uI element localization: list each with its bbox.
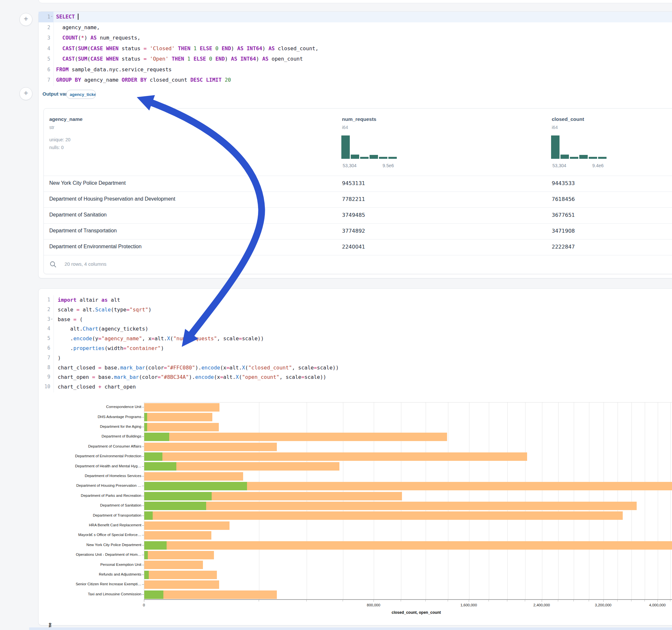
gridline <box>604 403 604 600</box>
code-line[interactable]: 9chart_open = base.mark_bar(color="#8BC3… <box>39 372 672 382</box>
x-minor-tick <box>469 600 469 602</box>
y-axis-label: Personal Exemption Unit <box>44 563 141 566</box>
python-cell-card: 1import altair as alt2scale = alt.Scale(… <box>38 288 672 626</box>
cell-num-requests: 9453131 <box>342 180 365 186</box>
y-axis-label: Department of Transportation <box>44 513 141 517</box>
code-line[interactable]: 2 agency_name, <box>39 22 672 33</box>
bar-open-count <box>144 502 206 510</box>
bar-closed-count <box>144 522 230 530</box>
line-number: 2 <box>39 22 53 33</box>
bar-open-count <box>144 433 169 441</box>
bar-closed-count <box>144 580 219 589</box>
code-line[interactable]: 8chart_closed = base.mark_bar(color="#FF… <box>39 363 672 373</box>
code-line[interactable]: 7GROUP BY agency_name ORDER BY closed_co… <box>39 75 672 86</box>
output-variable-pill[interactable]: agency_tickets <box>66 90 96 99</box>
gridline <box>558 403 558 600</box>
y-axis-label: HRA Benefit Card Replacement <box>44 523 141 527</box>
gridline <box>542 403 542 600</box>
row-count-text: 20 rows, 4 columns <box>65 261 106 267</box>
bar-closed-count <box>144 472 243 481</box>
sql-editor[interactable]: 1⌄SELECT 2 agency_name,3 COUNT(*) AS num… <box>39 12 672 86</box>
code-line[interactable]: 7) <box>39 353 672 363</box>
search-icon[interactable] <box>50 261 57 268</box>
histogram-max-label-2: 9.4e6 <box>592 163 604 168</box>
bar-closed-count <box>144 403 219 412</box>
histogram-bar <box>551 136 559 159</box>
add-cell-button[interactable]: + <box>20 13 32 26</box>
code-line[interactable]: 5 CAST(SUM(CASE WHEN status = 'Open' THE… <box>39 54 672 65</box>
code-text: ) <box>58 353 61 363</box>
bar-closed-count <box>144 561 203 569</box>
x-minor-tick <box>306 600 307 602</box>
add-cell-button-2[interactable]: + <box>20 87 32 100</box>
bar-closed-count <box>144 433 447 441</box>
cell-agency-name: Department of Sanitation <box>49 212 107 218</box>
code-text: .properties(width="container") <box>58 343 164 353</box>
cell-closed-count: 3677651 <box>552 212 575 218</box>
cell-num-requests: 3774892 <box>342 228 365 234</box>
code-line[interactable]: 3 COUNT(*) AS num_requests, <box>39 33 672 43</box>
code-text: chart_closed + chart_open <box>58 382 136 392</box>
x-tick <box>144 600 144 602</box>
gridline <box>426 403 426 600</box>
bar-open-count <box>144 590 163 599</box>
code-line[interactable]: 1import altair as alt <box>39 295 672 305</box>
bar-closed-count <box>144 423 219 431</box>
x-minor-tick <box>259 600 259 602</box>
code-text: CAST(SUM(CASE WHEN status = 'Closed' THE… <box>56 43 318 54</box>
y-axis-label: New York City Police Department <box>44 543 141 547</box>
gridline <box>525 403 526 600</box>
histogram-bar <box>598 157 606 159</box>
gridline <box>507 403 508 600</box>
code-text: chart_closed = base.mark_bar(color="#FFC… <box>58 363 339 373</box>
code-text: import altair as alt <box>58 295 120 305</box>
code-text: FROM sample_data.nyc.service_requests <box>56 65 171 75</box>
y-axis-label: Department of Housing Preservation … <box>44 484 141 487</box>
cell-num-requests: 2240041 <box>342 244 365 250</box>
line-number: 5 <box>39 54 53 65</box>
y-axis-label: Department of Sanitation <box>44 503 141 507</box>
cell-num-requests: 7782211 <box>342 196 365 202</box>
gridline <box>645 403 645 600</box>
y-axis-label: Department of Parks and Recreation <box>44 493 141 498</box>
gridline <box>574 403 574 600</box>
gridline <box>589 403 589 600</box>
code-line[interactable]: 1⌄SELECT <box>39 12 672 22</box>
plot-area <box>144 402 672 600</box>
y-axis-label: Department of Environmental Protection <box>44 454 141 458</box>
y-axis-label: Department of Buildings <box>44 434 141 438</box>
fold-chevron-icon[interactable]: ⌄ <box>50 314 53 323</box>
code-line[interactable]: 2scale = alt.Scale(type="sqrt") <box>39 305 672 315</box>
x-minor-tick <box>488 600 489 602</box>
y-axis-label: Department of Consumer Affairs <box>44 444 141 448</box>
bar-closed-count <box>144 590 277 599</box>
column-header-closed-count: closed_count <box>552 116 584 122</box>
code-line[interactable]: 4 alt.Chart(agency_tickets) <box>39 324 672 334</box>
fold-chevron-icon[interactable]: ⌄ <box>50 11 53 21</box>
bar-closed-count <box>144 511 623 520</box>
y-axis-label: Mayorâ€ s Office of Special Enforce… <box>44 533 141 537</box>
code-line[interactable]: 5 .encode(y="agency_name", x=alt.X("num_… <box>39 334 672 343</box>
code-text: scale = alt.Scale(type="sqrt") <box>58 305 151 315</box>
histogram-min-label: 53,304 <box>343 163 357 168</box>
line-number: 6 <box>39 343 53 353</box>
x-minor-tick <box>644 600 645 602</box>
x-minor-tick <box>542 600 542 602</box>
bar-closed-count <box>144 453 527 461</box>
gridline <box>489 403 489 600</box>
cell-agency-name: Department of Housing Preservation and D… <box>49 196 175 202</box>
code-text: SELECT <box>56 12 78 22</box>
code-line[interactable]: 6 .properties(width="container") <box>39 343 672 353</box>
bar-open-count <box>144 571 149 579</box>
x-minor-tick <box>448 600 448 602</box>
x-minor-tick <box>374 600 374 602</box>
code-line[interactable]: 4 CAST(SUM(CASE WHEN status = 'Closed' T… <box>39 43 672 54</box>
code-line[interactable]: 3⌄base = ( <box>39 315 672 324</box>
code-line[interactable]: 10chart_closed + chart_open <box>39 382 672 392</box>
gridline <box>307 403 307 600</box>
y-axis-label: Department of Health and Mental Hyg… <box>44 464 141 468</box>
python-editor[interactable]: 1import altair as alt2scale = alt.Scale(… <box>39 295 672 392</box>
gridline <box>469 403 470 600</box>
code-text: COUNT(*) AS num_requests, <box>56 33 140 43</box>
code-line[interactable]: 6FROM sample_data.nyc.service_requests <box>39 65 672 75</box>
